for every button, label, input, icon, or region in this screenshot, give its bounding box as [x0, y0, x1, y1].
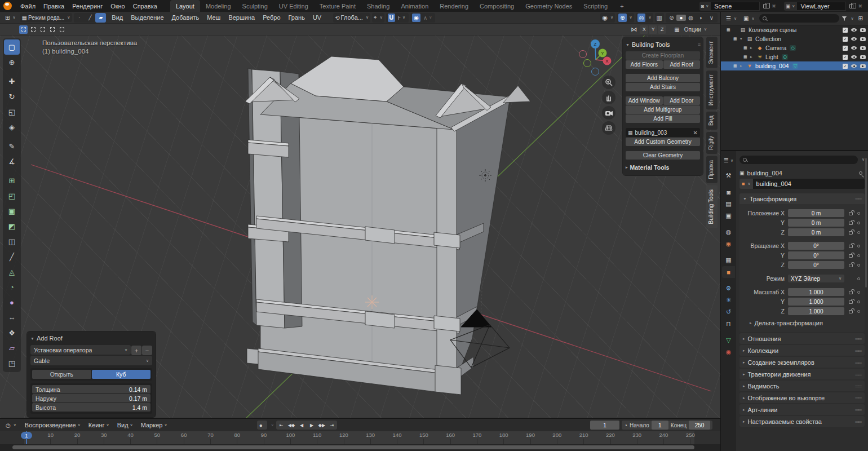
tool-button[interactable]: ◩: [4, 219, 20, 234]
gizmo-neg-z-axis[interactable]: [592, 68, 599, 76]
timeline-menu-item[interactable]: Воспроизведение∨: [21, 419, 85, 431]
outliner-row[interactable]: ▦ ▸ ◆ Camera ◇ ✓: [721, 43, 868, 52]
tool-button[interactable]: ◱: [4, 104, 20, 120]
properties-options-icon[interactable]: ∨: [862, 157, 865, 162]
tool-button[interactable]: ◳: [4, 356, 20, 371]
current-frame-field[interactable]: 1: [590, 421, 619, 430]
clear-geometry-button[interactable]: Clear Geometry: [626, 151, 700, 160]
tool-button[interactable]: ▢: [4, 39, 20, 55]
snap-target-dropdown[interactable]: ⊦∨: [396, 14, 407, 22]
create-floorplan-button[interactable]: Create Floorplan: [626, 51, 700, 60]
tool-button[interactable]: ◰: [4, 188, 20, 204]
mirror-icon[interactable]: ⋈: [628, 25, 639, 34]
hide-eye-icon[interactable]: [851, 64, 857, 68]
properties-tab[interactable]: ◉: [722, 346, 735, 358]
expand-arrow-icon[interactable]: ▾: [740, 37, 746, 41]
blender-logo-icon[interactable]: [3, 2, 12, 10]
perspective-grid-button[interactable]: [602, 121, 615, 135]
topbar-menu-item[interactable]: Файл: [16, 0, 39, 12]
navigation-gizmo[interactable]: Z Y X: [574, 37, 617, 80]
face-select-mode-button[interactable]: ▰: [95, 13, 106, 23]
tool-button[interactable]: ◈: [4, 120, 20, 135]
properties-tab[interactable]: ▦: [722, 254, 735, 266]
solid-shading-button[interactable]: ●: [676, 15, 686, 21]
topbar-menu-item[interactable]: Справка: [129, 0, 161, 12]
workspace-tab[interactable]: Shading: [361, 0, 395, 12]
collection-checkbox[interactable]: ✓: [843, 37, 848, 42]
material-tools-label[interactable]: Material Tools: [630, 164, 670, 171]
disable-render-icon[interactable]: [860, 46, 866, 50]
properties-tab[interactable]: ■: [722, 266, 735, 278]
workspace-tab[interactable]: Geometry Nodes: [520, 0, 578, 12]
viewport-menu-item[interactable]: Выделение: [127, 12, 167, 24]
disable-render-icon[interactable]: [860, 28, 866, 32]
transport-button[interactable]: ⇤: [276, 421, 286, 430]
tool-button[interactable]: ∡: [4, 154, 20, 169]
field-value[interactable]: 0 m: [788, 228, 844, 236]
add-door-button[interactable]: Add Door: [663, 96, 701, 105]
stopwatch-icon[interactable]: ◔: [624, 422, 627, 428]
material-shading-button[interactable]: ◍: [686, 15, 696, 21]
properties-search-input[interactable]: [739, 156, 858, 164]
add-floors-button[interactable]: Add Floors: [626, 60, 663, 69]
animate-dot-icon[interactable]: [857, 212, 860, 215]
custom-object-field[interactable]: ▦ building_003 ✕: [626, 128, 700, 137]
animate-dot-icon[interactable]: [857, 310, 860, 313]
workspace-tab[interactable]: UV Editing: [273, 0, 314, 12]
view-layer-name-field[interactable]: ViewLayer: [796, 2, 846, 11]
properties-section-header[interactable]: ▸Траектории движения ══: [739, 369, 865, 379]
viewport-menu-item[interactable]: Вид: [108, 12, 127, 24]
timeline-menu-item[interactable]: Вид∨: [113, 419, 137, 431]
field-value[interactable]: 0 m: [788, 219, 844, 227]
transport-button[interactable]: ◆▶: [317, 421, 327, 430]
animate-dot-icon[interactable]: [857, 264, 860, 267]
editor-type-button[interactable]: ⊞∨: [3, 13, 18, 22]
tool-button[interactable]: ⊞: [4, 173, 20, 188]
xray-toggle[interactable]: ▥: [655, 13, 664, 23]
transform-pivot-dropdown[interactable]: ⌖∨: [372, 13, 384, 23]
properties-section-header[interactable]: ▸Коллекции ══: [739, 345, 865, 356]
clear-object-icon[interactable]: ✕: [693, 130, 698, 136]
roof-type-dropdown[interactable]: Gable ∨: [30, 356, 152, 365]
sidebar-tab[interactable]: Элемент: [706, 37, 718, 68]
transform-orientation-dropdown[interactable]: ⟲ Глоба...∨: [333, 13, 370, 23]
lock-icon[interactable]: [849, 222, 853, 225]
tool-button[interactable]: ╱: [4, 249, 20, 264]
add-fill-button[interactable]: Add Fill: [626, 114, 700, 123]
workspace-tab[interactable]: Animation: [395, 0, 434, 12]
select-intersect-option[interactable]: [57, 25, 66, 34]
breadcrumb-object-name[interactable]: building_004: [747, 170, 782, 176]
tool-button[interactable]: ◔: [4, 280, 20, 295]
operator-number-field[interactable]: Высота 1.4 m: [32, 403, 150, 412]
add-preset-button[interactable]: +: [131, 346, 141, 355]
properties-section-header[interactable]: ▸Настраиваемые свойства ══: [739, 416, 865, 427]
expand-arrow-icon[interactable]: ▸: [750, 55, 756, 59]
workspace-tab[interactable]: Modeling: [200, 0, 237, 12]
new-collection-button[interactable]: ⊞: [856, 14, 865, 23]
expand-arrow-icon[interactable]: ▸: [750, 46, 756, 50]
properties-tab[interactable]: ▤: [722, 198, 735, 210]
vertex-select-mode-button[interactable]: ·: [74, 13, 85, 23]
workspace-tab[interactable]: Texture Paint: [314, 0, 361, 12]
topbar-menu-item[interactable]: Рендеринг: [68, 0, 107, 12]
mode-dropdown[interactable]: ▦ Режим реда...∨: [20, 13, 73, 22]
operator-collapse-icon[interactable]: ▼: [30, 337, 34, 341]
field-value[interactable]: 0°: [788, 242, 844, 250]
transport-button[interactable]: ⇥: [327, 421, 337, 430]
viewport-menu-item[interactable]: Меш: [203, 12, 224, 24]
zoom-button[interactable]: [602, 76, 615, 89]
tool-button[interactable]: ▣: [4, 204, 20, 219]
pan-hand-button[interactable]: [602, 91, 615, 104]
tool-button[interactable]: ▱: [4, 341, 20, 356]
properties-editor-type-button[interactable]: ≣∨: [722, 154, 735, 166]
proportional-edit-icon[interactable]: ◉: [412, 14, 420, 22]
properties-tab[interactable]: ▣: [722, 210, 735, 222]
viewport-menu-item[interactable]: Грань: [285, 12, 309, 24]
object-name-field[interactable]: building_004: [753, 179, 865, 189]
lock-icon[interactable]: [849, 245, 853, 248]
properties-section-header[interactable]: ▸Видимость ══: [739, 381, 865, 391]
properties-tab[interactable]: ◙: [722, 186, 735, 198]
sidebar-tab[interactable]: Вид: [706, 112, 718, 130]
playhead-badge[interactable]: 1: [21, 432, 32, 439]
field-value[interactable]: 1.000: [788, 307, 844, 315]
